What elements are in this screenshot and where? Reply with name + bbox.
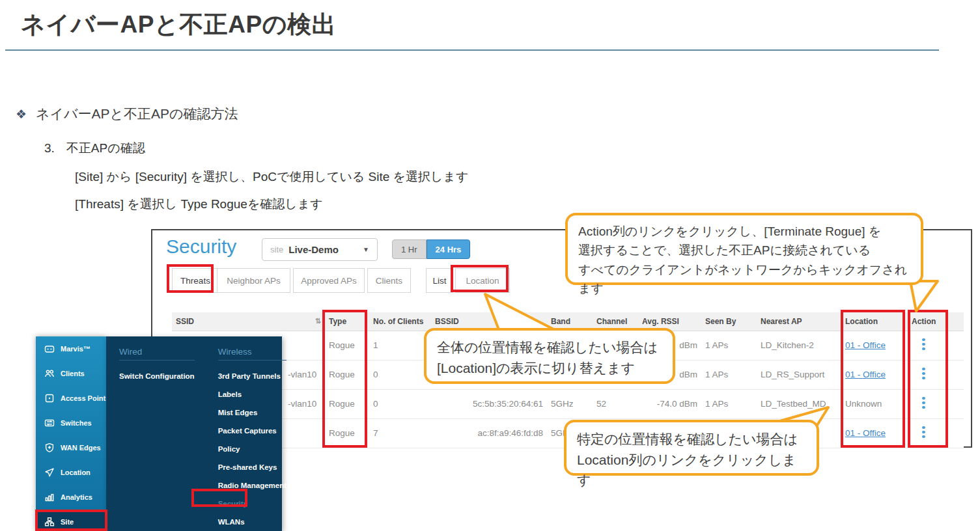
site-selector-label: site bbox=[270, 245, 283, 254]
sidebar-item-label: Access Points bbox=[61, 394, 109, 402]
column-header-location[interactable]: Location bbox=[841, 312, 908, 331]
sidebar-item-access-points[interactable]: Access Points bbox=[36, 386, 106, 411]
callout-line: Action列のリンクをクリックし、[Terminate Rogue] を bbox=[578, 222, 910, 241]
site-selector[interactable]: site Live-Demo ▼ bbox=[262, 238, 378, 261]
column-header-seen-by[interactable]: Seen By bbox=[701, 312, 757, 331]
location-view-callout: 全体の位置情報を確認したい場合は[Location]の表示に切り替えます bbox=[424, 328, 675, 384]
column-header-ssid[interactable]: SSID⇅ bbox=[172, 312, 325, 331]
callout-line: 選択することで、選択した不正APに接続されている bbox=[578, 241, 910, 260]
sidebar-item-label: WAN Edges bbox=[61, 444, 101, 452]
flyout-item-wlans[interactable]: WLANs bbox=[218, 513, 287, 531]
sidebar-item-switches[interactable]: Switches bbox=[36, 411, 106, 435]
marvis-icon bbox=[44, 344, 55, 354]
flyout-item-mist-edges[interactable]: Mist Edges bbox=[218, 403, 287, 422]
cell-location: 01 - Office bbox=[841, 331, 908, 360]
flyout-item-3rd-party-tunnels[interactable]: 3rd Party Tunnels bbox=[218, 367, 287, 385]
time-range-24-hrs[interactable]: 24 Hrs bbox=[427, 239, 471, 259]
cell-rssi: -74.0 dBm bbox=[638, 389, 701, 418]
column-header-action[interactable]: Action bbox=[908, 312, 964, 331]
sort-icon[interactable]: ⇅ bbox=[315, 317, 321, 325]
sidebar-item-label: Clients bbox=[61, 370, 85, 377]
column-header-no-of-clients[interactable]: No. of Clients bbox=[369, 312, 431, 331]
diamond-bullet-icon: ❖ bbox=[16, 107, 27, 121]
tab-clients[interactable]: Clients bbox=[367, 268, 411, 293]
action-menu-icon[interactable] bbox=[922, 395, 925, 411]
sidebar-item-analytics[interactable]: Analytics bbox=[36, 485, 106, 510]
view-toggle-list[interactable]: List bbox=[426, 268, 453, 293]
clients-icon bbox=[44, 368, 55, 379]
flyout-item-switch-configuration[interactable]: Switch Configuration bbox=[119, 367, 195, 385]
flyout-item-policy[interactable]: Policy bbox=[218, 440, 287, 458]
cell-seen-by: 1 APs bbox=[701, 389, 757, 418]
sidebar-item-label: Marvis™ bbox=[61, 345, 91, 353]
flyout-item-radio-management[interactable]: Radio Management bbox=[218, 476, 287, 495]
callout-line: 全体の位置情報を確認したい場合は bbox=[437, 337, 662, 358]
section-heading: ❖ネイバーAPと不正APの確認方法 bbox=[16, 105, 238, 123]
sidebar-item-marvis-[interactable]: Marvis™ bbox=[36, 336, 106, 361]
cell-clients: 7 bbox=[369, 418, 431, 448]
cell-clients: 0 bbox=[369, 360, 431, 389]
sidebar-item-wan-edges[interactable]: WAN Edges bbox=[36, 435, 106, 460]
flyout-item-pre-shared-keys[interactable]: Pre-shared Keys bbox=[218, 458, 287, 476]
section-heading-text: ネイバーAPと不正APの確認方法 bbox=[36, 106, 238, 121]
access-points-icon bbox=[44, 393, 55, 403]
step-title: 不正APの確認 bbox=[66, 141, 145, 155]
site-selector-value: Live-Demo bbox=[288, 244, 339, 255]
step-instruction-2: [Threats] を選択し Type Rogueを確認します bbox=[75, 196, 323, 213]
flyout-item-packet-captures[interactable]: Packet Captures bbox=[218, 422, 287, 440]
cell-type: Rogue bbox=[325, 418, 369, 448]
location-link[interactable]: 01 - Office bbox=[845, 370, 886, 379]
location-link-callout: 特定の位置情報を確認したい場合はLocation列のリンクをクリックします bbox=[564, 420, 819, 476]
location-link[interactable]: 01 - Office bbox=[845, 428, 886, 438]
tab-neighbor-aps[interactable]: Neighbor APs bbox=[217, 268, 290, 293]
switches-icon bbox=[44, 418, 55, 428]
flyout-header-wireless: Wireless bbox=[218, 347, 287, 361]
tab-approved-aps[interactable]: Approved APs bbox=[293, 268, 365, 293]
cell-action bbox=[908, 389, 964, 418]
mist-sidebar: Marvis™ClientsAccess PointsSwitchesWAN E… bbox=[36, 336, 106, 531]
site-flyout-menu: WiredSwitch ConfigurationWireless3rd Par… bbox=[106, 336, 282, 531]
cell-nearest-ap: LD_RS_Support bbox=[757, 360, 841, 389]
column-header-type[interactable]: Type bbox=[325, 312, 369, 331]
title-divider bbox=[5, 49, 939, 51]
callout-line: すべてのクライアントがネットワークからキックオフされます bbox=[578, 260, 910, 299]
time-range-toggle: 1 Hr24 Hrs bbox=[392, 239, 470, 259]
column-header-nearest-ap[interactable]: Nearest AP bbox=[757, 312, 841, 331]
cell-clients: 0 bbox=[369, 389, 431, 418]
sidebar-item-label: Site bbox=[61, 518, 74, 526]
cell-nearest-ap: LD_Kitchen-2 bbox=[757, 331, 841, 360]
sidebar-item-location[interactable]: Location bbox=[36, 460, 106, 485]
cell-action bbox=[908, 418, 964, 448]
cell-location: Unknown bbox=[841, 389, 908, 418]
tab-threats[interactable]: Threats bbox=[172, 268, 219, 293]
flyout-header-wired: Wired bbox=[119, 347, 195, 361]
cell-location: 01 - Office bbox=[841, 360, 908, 389]
cell-type: Rogue bbox=[325, 360, 369, 389]
cell-action bbox=[908, 360, 964, 389]
callout-line: Location列のリンクをクリックします bbox=[577, 450, 806, 491]
page-title: ネイバーAPと不正APの検出 bbox=[21, 8, 336, 41]
cell-bssid: 5c:5b:35:20:64:61 bbox=[431, 389, 547, 418]
wan-edges-icon bbox=[44, 442, 55, 453]
analytics-icon bbox=[44, 492, 55, 502]
cell-seen-by: 1 APs bbox=[701, 360, 757, 389]
location-icon bbox=[44, 467, 55, 478]
sidebar-item-site[interactable]: Site bbox=[36, 510, 106, 531]
cell-type: Rogue bbox=[325, 331, 369, 360]
action-menu-icon[interactable] bbox=[922, 336, 925, 352]
sidebar-item-label: Analytics bbox=[61, 493, 92, 501]
flyout-item-security[interactable]: Security bbox=[218, 495, 287, 513]
sidebar-item-clients[interactable]: Clients bbox=[36, 361, 106, 386]
view-toggle-location[interactable]: Location bbox=[455, 268, 510, 293]
cell-bssid: ac:8f:a9:46:fd:d8 bbox=[431, 418, 547, 448]
flyout-item-labels[interactable]: Labels bbox=[218, 385, 287, 403]
action-menu-icon[interactable] bbox=[922, 366, 925, 381]
cell-nearest-ap: LD_Testbed_MD bbox=[757, 389, 841, 418]
time-range-1-hr[interactable]: 1 Hr bbox=[392, 239, 427, 259]
location-link[interactable]: 01 - Office bbox=[845, 340, 886, 350]
callout-line: [Location]の表示に切り替えます bbox=[437, 358, 662, 379]
step-heading: 3.不正APの確認 bbox=[44, 140, 145, 157]
callout-line: 特定の位置情報を確認したい場合は bbox=[577, 429, 806, 450]
cell-clients: 1 bbox=[369, 331, 431, 360]
action-menu-icon[interactable] bbox=[922, 424, 925, 440]
